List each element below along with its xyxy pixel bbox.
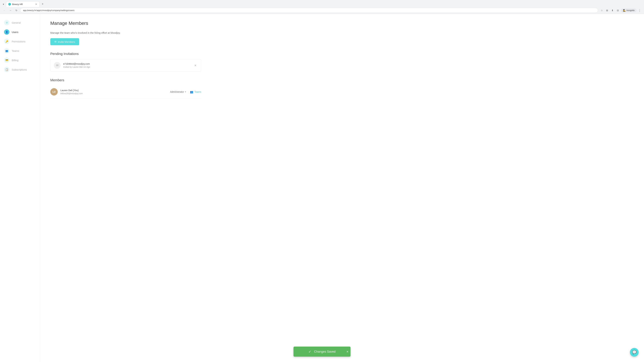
role-selector[interactable]: Administrator ▾ <box>170 90 186 93</box>
invitation-meta: Invited by Lauren Deli 1m Ago <box>63 66 193 68</box>
members-title: Members <box>50 78 634 82</box>
sidebar-label-billing: Billing <box>12 59 18 62</box>
teams-link-label: Teams <box>194 90 201 93</box>
toolbar-icons: ☆ ⊞ ⬇ ⊟ 🕵 Incognito ⋮ <box>600 8 642 13</box>
sidebar-label-teams: Teams <box>12 49 19 52</box>
forward-button[interactable]: → <box>8 8 13 13</box>
sidebar-item-teams[interactable]: 👥 Teams <box>0 46 40 55</box>
invitation-info: e71b9844@moodjoy.com Invited by Lauren D… <box>63 62 193 68</box>
invite-envelope-icon: ✉ <box>54 40 56 43</box>
sidebar-label-users: Users <box>12 31 18 33</box>
bookmark-icon[interactable]: ☆ <box>600 8 604 13</box>
tab-label: Breezy HR <box>12 3 33 5</box>
general-icon: ⚙ <box>4 20 10 25</box>
sidebar-item-billing[interactable]: 💳 Billing <box>0 55 40 65</box>
toast-check-icon: ✓ <box>308 350 311 354</box>
role-label: Administrator <box>170 90 184 93</box>
sidebar-label-subscriptions: Subscriptions <box>12 68 27 71</box>
split-screen-icon[interactable]: ⊟ <box>616 8 620 13</box>
incognito-label: Incognito <box>626 9 634 11</box>
sidebar-item-general[interactable]: ⚙ General <box>0 18 40 27</box>
tab-favicon <box>8 3 11 5</box>
changes-saved-toast: ✓ Changes Saved ✕ <box>294 347 350 357</box>
tab-dropdown-arrow[interactable]: ▾ <box>1 2 5 6</box>
download-icon[interactable]: ⬇ <box>610 8 615 13</box>
main-content: Manage Members Manage the team who's inv… <box>40 14 644 362</box>
chat-button[interactable]: 💬 <box>630 348 639 357</box>
sidebar-item-subscriptions[interactable]: 📋 Subscriptions <box>0 65 40 74</box>
app-layout: ⚙ General 👤 Users 🔑 Permissions 👥 Teams … <box>0 14 644 362</box>
refresh-button[interactable]: ↻ <box>14 8 19 13</box>
member-avatar: LD <box>50 88 58 95</box>
chat-icon: 💬 <box>632 350 636 355</box>
sidebar-item-permissions[interactable]: 🔑 Permissions <box>0 37 40 46</box>
browser-menu-button[interactable]: ⋮ <box>637 8 642 13</box>
member-row: LD Lauren Deli (You) 840ea2f0@moodjoy.co… <box>50 85 201 98</box>
invite-button-label: Invite Members <box>58 40 75 43</box>
permissions-icon: 🔑 <box>4 39 10 44</box>
toast-close-button[interactable]: ✕ <box>346 350 348 353</box>
pending-invitations-title: Pending Invitations <box>50 52 634 56</box>
tab-close-button[interactable]: ✕ <box>35 3 38 5</box>
sidebar-label-general: General <box>12 21 21 24</box>
url-bar[interactable]: app.breezy.hr/app/c/moodjoy/company/sett… <box>20 8 598 13</box>
invitation-email: e71b9844@moodjoy.com <box>63 62 193 65</box>
teams-link-icon: 👥 <box>190 90 193 93</box>
users-icon: 👤 <box>4 29 10 35</box>
address-bar: ← → ↻ app.breezy.hr/app/c/moodjoy/compan… <box>0 7 644 14</box>
sidebar: ⚙ General 👤 Users 🔑 Permissions 👥 Teams … <box>0 14 40 362</box>
toast-message: Changes Saved <box>314 350 336 354</box>
tab-bar: ▾ Breezy HR ✕ + <box>0 0 644 7</box>
page-description: Manage the team who's involved in the hi… <box>50 31 634 34</box>
billing-icon: 💳 <box>4 57 10 63</box>
browser-chrome: ▾ Breezy HR ✕ + ← → ↻ app.breezy.hr/app/… <box>0 0 644 14</box>
extensions-icon[interactable]: ⊞ <box>605 8 610 13</box>
active-tab[interactable]: Breezy HR ✕ <box>6 1 40 7</box>
member-info: Lauren Deli (You) 840ea2f0@moodjoy.com <box>60 89 170 95</box>
member-actions: Administrator ▾ 👥 Teams <box>170 90 201 93</box>
teams-icon: 👥 <box>4 48 10 53</box>
subscriptions-icon: 📋 <box>4 67 10 72</box>
role-dropdown-icon: ▾ <box>185 91 186 93</box>
member-name: Lauren Deli (You) <box>60 89 170 92</box>
invitation-card: ✉ e71b9844@moodjoy.com Invited by Lauren… <box>50 59 201 71</box>
new-tab-button[interactable]: + <box>40 2 45 6</box>
invitation-envelope-icon: ✉ <box>54 62 60 69</box>
sidebar-item-users[interactable]: 👤 Users <box>0 27 40 37</box>
invitation-close-button[interactable]: ✕ <box>193 63 198 68</box>
page-title: Manage Members <box>50 21 634 26</box>
member-email: 840ea2f0@moodjoy.com <box>60 92 170 95</box>
incognito-badge[interactable]: 🕵 Incognito <box>621 8 636 12</box>
back-button[interactable]: ← <box>2 8 7 13</box>
sidebar-label-permissions: Permissions <box>12 40 26 43</box>
members-section: Members LD Lauren Deli (You) 840ea2f0@mo… <box>50 78 634 98</box>
avatar-initials: LD <box>52 90 56 93</box>
invite-members-button[interactable]: ✉ Invite Members <box>50 38 79 45</box>
teams-link[interactable]: 👥 Teams <box>190 90 201 93</box>
url-text: app.breezy.hr/app/c/moodjoy/company/sett… <box>23 9 595 11</box>
